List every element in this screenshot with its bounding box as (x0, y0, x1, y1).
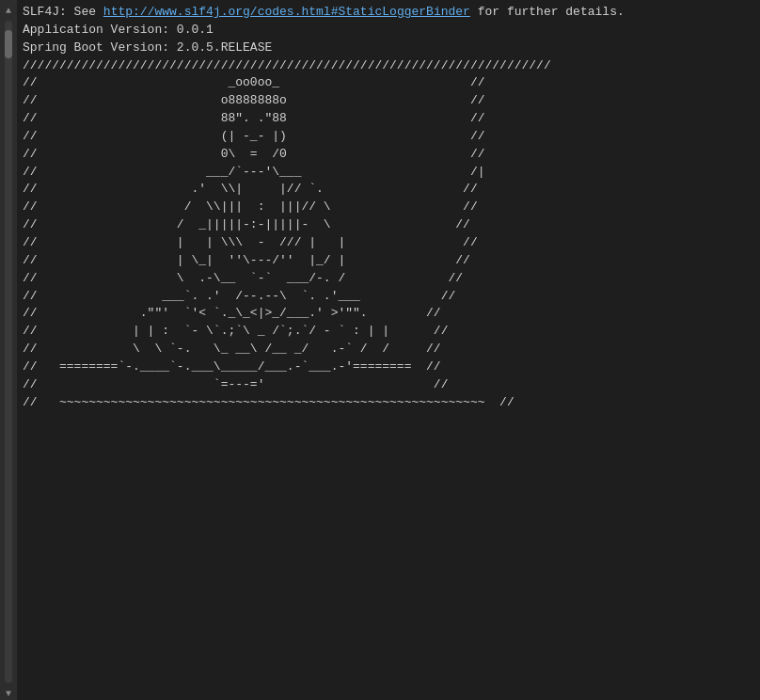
ascii-line-8: // / \\||| : |||// \ // (19, 199, 760, 216)
ascii-line-10: // | | \\\ - /// | | // (19, 234, 760, 252)
ascii-line-15: // | | : `- \`.;`\ _ /`;.`/ - ` : | | // (19, 323, 760, 341)
ascii-line-13: // ___`. .' /--.--\ `. .'___ // (19, 288, 760, 306)
ascii-line-11: // | \_| ''\---/'' |_/ | // (19, 252, 760, 270)
scroll-thumb[interactable] (5, 30, 12, 58)
ascii-line-1: // _oo0oo_ // (19, 74, 760, 92)
ascii-line-16: // \ \ `-. \_ __\ /__ _/ .-` / / // (19, 341, 760, 358)
ascii-line-7: // .' \\| |// `. // (19, 181, 760, 199)
terminal-content: SLF4J: See http://www.slf4j.org/codes.ht… (19, 4, 760, 411)
scroll-track[interactable] (5, 21, 12, 683)
slf4j-link[interactable]: http://www.slf4j.org/codes.html#StaticLo… (103, 5, 470, 19)
divider-bottom: // `=---=' // (19, 376, 760, 394)
slf4j-suffix: for further details. (470, 5, 625, 19)
ascii-line-6: // ___/`---'\___ /| (19, 164, 760, 182)
ascii-line-4: // (| -_- |) // (19, 128, 760, 146)
ascii-line-17: // ========`-.____`-.___\_____/___.-`___… (19, 358, 760, 376)
ascii-line-3: // 88". ."88 // (19, 110, 760, 128)
slf4j-prefix: SLF4J: See (23, 5, 103, 19)
scrollbar[interactable]: ▲ ▼ (0, 0, 17, 700)
slf4j-line: SLF4J: See http://www.slf4j.org/codes.ht… (19, 4, 760, 22)
terminal: ▲ ▼ SLF4J: See http://www.slf4j.org/code… (0, 0, 760, 700)
divider-top: ////////////////////////////////////////… (19, 57, 760, 75)
ascii-line-14: // .""' `'< `._\_<|>_/___.' >'"". // (19, 305, 760, 323)
scroll-down-button[interactable]: ▼ (2, 687, 15, 700)
spring-version-line: Spring Boot Version: 2.0.5.RELEASE (19, 40, 760, 57)
success-line: // ~~~~~~~~~~~~~~~~~~~~~~~~~~~~~~~~~~~~~… (19, 394, 760, 412)
ascii-line-12: // \ .-\__ `-` ___/-. / // (19, 270, 760, 288)
scroll-up-button[interactable]: ▲ (2, 4, 15, 17)
ascii-line-9: // / _|||||-:-|||||- \ // (19, 216, 760, 234)
ascii-line-5: // 0\ = /0 // (19, 146, 760, 164)
ascii-line-2: // o8888888o // (19, 92, 760, 110)
app-version-line: Application Version: 0.0.1 (19, 22, 760, 40)
